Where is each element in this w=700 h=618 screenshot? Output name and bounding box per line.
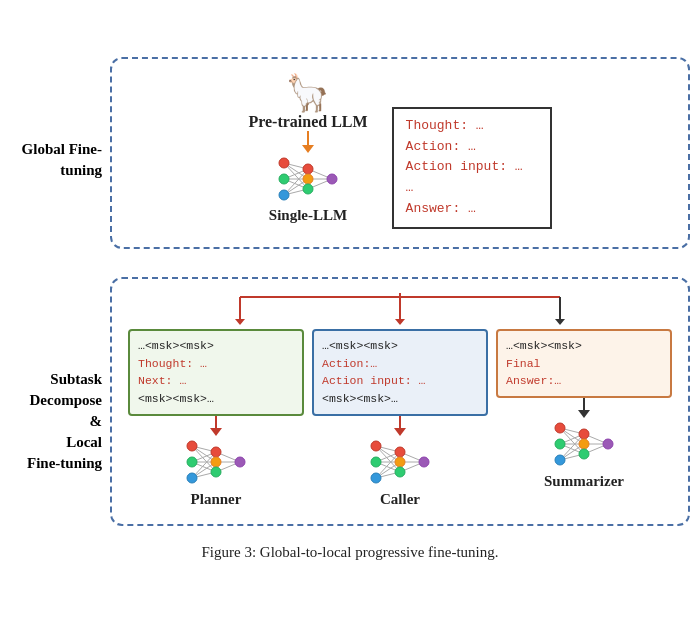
- planner-mask-box: …<msk><msk> Thought: … Next: … <msk><msk…: [128, 329, 304, 416]
- side-labels: Global Fine-tuning SubtaskDecompose&Loca…: [10, 57, 110, 526]
- svg-point-44: [235, 457, 245, 467]
- summarizer-mask-line2: Final: [506, 357, 541, 370]
- svg-point-15: [303, 164, 313, 174]
- svg-point-80: [579, 439, 589, 449]
- arrowhead-orange: [302, 145, 314, 153]
- summarizer-mask-line1: …<msk><msk>: [506, 339, 582, 352]
- planner-mask-line4: <msk><msk>…: [138, 392, 214, 405]
- nn-planner: [180, 436, 252, 488]
- caller-mask-line4: <msk><msk>…: [322, 392, 398, 405]
- nn-caller: [364, 436, 436, 488]
- thought-action-box: Thought: … Action: … Action input: … … A…: [392, 107, 552, 229]
- svg-point-81: [579, 449, 589, 459]
- svg-point-58: [371, 457, 381, 467]
- planner-col: …<msk><msk> Thought: … Next: … <msk><msk…: [128, 329, 304, 508]
- arrow-line-black1: [583, 398, 585, 410]
- svg-point-61: [395, 457, 405, 467]
- branch-arrows-wrap: [128, 293, 672, 325]
- global-label: Global Fine-tuning: [10, 139, 102, 181]
- svg-point-57: [371, 441, 381, 451]
- arrow-planner: [210, 416, 222, 436]
- svg-point-59: [371, 473, 381, 483]
- arrow-pretrained-to-llm: [302, 131, 314, 153]
- local-box: …<msk><msk> Thought: … Next: … <msk><msk…: [110, 277, 690, 526]
- summarizer-mask-box: …<msk><msk> Final Answer:…: [496, 329, 672, 398]
- svg-point-39: [187, 457, 197, 467]
- single-llm-label: Single-LLM: [269, 207, 347, 224]
- arrow-line-red1: [215, 416, 217, 428]
- caller-mask-line3: Action input: …: [322, 374, 426, 387]
- branch-svg: [160, 293, 640, 325]
- thought-box: Thought: … Action: … Action input: … … A…: [392, 107, 552, 229]
- svg-point-79: [579, 429, 589, 439]
- svg-point-60: [395, 447, 405, 457]
- global-box: 🦙 Pre-trained LLM: [110, 57, 690, 249]
- svg-point-43: [211, 467, 221, 477]
- arrowhead-red2: [394, 428, 406, 436]
- caller-mask-line1: …<msk><msk>: [322, 339, 398, 352]
- thought-line3: Action input: …: [406, 159, 523, 174]
- svg-point-77: [555, 439, 565, 449]
- nn-global: [272, 153, 344, 205]
- nn-summarizer: [548, 418, 620, 470]
- svg-point-14: [279, 190, 289, 200]
- llama-block: 🦙 Pre-trained LLM: [248, 75, 367, 131]
- arrowhead-red1: [210, 428, 222, 436]
- arrow-summarizer: [578, 398, 590, 418]
- thought-line5: Answer: …: [406, 201, 476, 216]
- caller-mask-box: …<msk><msk> Action:… Action input: … <ms…: [312, 329, 488, 416]
- svg-point-62: [395, 467, 405, 477]
- svg-point-18: [327, 174, 337, 184]
- svg-point-13: [279, 174, 289, 184]
- pretrained-title: Pre-trained LLM: [248, 113, 367, 131]
- svg-marker-25: [555, 319, 565, 325]
- caller-label: Caller: [380, 491, 420, 508]
- arrow-line-red2: [399, 416, 401, 428]
- svg-point-78: [555, 455, 565, 465]
- planner-mask-line2: Thought: …: [138, 357, 207, 370]
- summarizer-col: …<msk><msk> Final Answer:…: [496, 329, 672, 490]
- svg-point-76: [555, 423, 565, 433]
- svg-point-38: [187, 441, 197, 451]
- thought-line1: Thought: …: [406, 118, 484, 133]
- svg-point-12: [279, 158, 289, 168]
- svg-point-40: [187, 473, 197, 483]
- thought-line4: …: [406, 180, 414, 195]
- svg-marker-24: [395, 319, 405, 325]
- arrow-caller: [394, 416, 406, 436]
- svg-point-42: [211, 457, 221, 467]
- caller-col: …<msk><msk> Action:… Action input: … <ms…: [312, 329, 488, 508]
- figure-caption: Figure 3: Global-to-local progressive fi…: [201, 544, 498, 561]
- llama-icon: 🦙: [285, 75, 330, 111]
- global-inner: 🦙 Pre-trained LLM: [132, 75, 668, 229]
- svg-marker-23: [235, 319, 245, 325]
- summarizer-mask-line3: Answer:…: [506, 374, 561, 387]
- planner-mask-line1: …<msk><msk>: [138, 339, 214, 352]
- caller-mask-line2: Action:…: [322, 357, 377, 370]
- svg-point-82: [603, 439, 613, 449]
- planner-label: Planner: [191, 491, 242, 508]
- summarizer-label: Summarizer: [544, 473, 624, 490]
- svg-point-17: [303, 184, 313, 194]
- svg-point-63: [419, 457, 429, 467]
- svg-point-16: [303, 174, 313, 184]
- svg-point-41: [211, 447, 221, 457]
- arrow-line-orange: [307, 131, 309, 145]
- planner-mask-line3: Next: …: [138, 374, 186, 387]
- arrowhead-black1: [578, 410, 590, 418]
- boxes-column: 🦙 Pre-trained LLM: [110, 57, 690, 526]
- diagram-wrapper: Global Fine-tuning SubtaskDecompose&Loca…: [0, 57, 700, 526]
- local-inner: …<msk><msk> Thought: … Next: … <msk><msk…: [128, 329, 672, 508]
- thought-line2: Action: …: [406, 139, 476, 154]
- local-label: SubtaskDecompose&LocalFine-tuning: [27, 369, 102, 474]
